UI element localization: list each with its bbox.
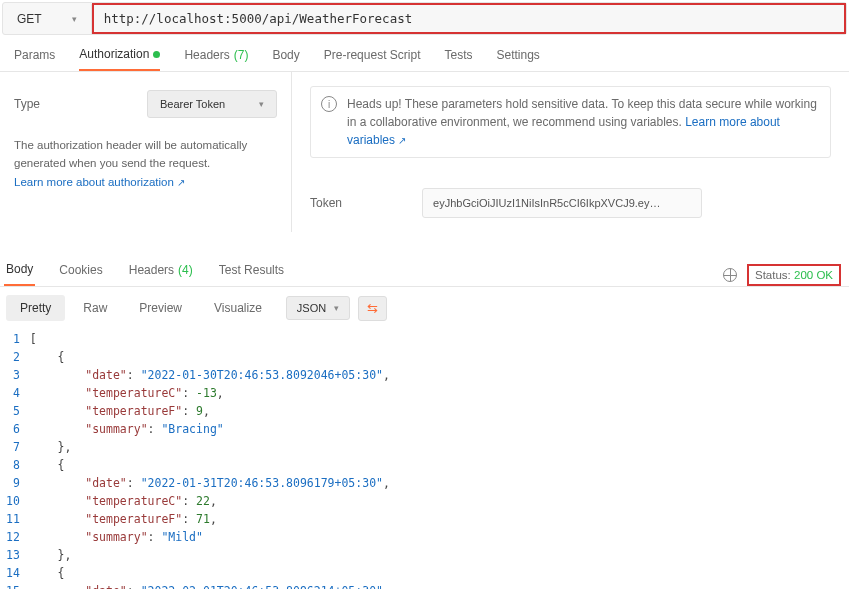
token-label: Token xyxy=(310,196,342,210)
tab-headers-count: (7) xyxy=(234,48,249,62)
status-badge: Status: 200 OK xyxy=(747,264,841,286)
resp-tab-headers-count: (4) xyxy=(178,263,193,277)
auth-note: The authorization header will be automat… xyxy=(14,136,277,191)
chevron-down-icon: ▾ xyxy=(334,303,339,313)
auth-type-value: Bearer Token xyxy=(160,98,225,110)
view-toolbar: Pretty Raw Preview Visualize JSON ▾ ⇆ xyxy=(0,287,849,329)
auth-type-label: Type xyxy=(14,97,40,111)
tab-tests[interactable]: Tests xyxy=(444,47,472,71)
view-preview-button[interactable]: Preview xyxy=(125,295,196,321)
chevron-down-icon: ▾ xyxy=(259,99,264,109)
auth-note-text: The authorization header will be automat… xyxy=(14,139,247,169)
request-tabs: Params Authorization Headers (7) Body Pr… xyxy=(0,37,849,72)
view-raw-button[interactable]: Raw xyxy=(69,295,121,321)
resp-tab-headers[interactable]: Headers (4) xyxy=(127,256,195,286)
external-link-icon: ↗ xyxy=(177,177,185,188)
external-link-icon: ↗ xyxy=(398,135,406,146)
auth-left-column: Type Bearer Token ▾ The authorization he… xyxy=(0,72,292,232)
tab-prerequest[interactable]: Pre-request Script xyxy=(324,47,421,71)
info-icon: i xyxy=(321,96,337,112)
tab-body[interactable]: Body xyxy=(272,47,299,71)
tab-headers[interactable]: Headers (7) xyxy=(184,47,248,71)
format-select[interactable]: JSON ▾ xyxy=(286,296,350,320)
status-value: 200 OK xyxy=(794,269,833,281)
wrap-lines-button[interactable]: ⇆ xyxy=(358,296,387,321)
auth-type-select[interactable]: Bearer Token ▾ xyxy=(147,90,277,118)
response-tabs: Body Cookies Headers (4) Test Results xyxy=(4,256,286,286)
response-bar: Body Cookies Headers (4) Test Results St… xyxy=(0,252,849,287)
resp-tab-cookies[interactable]: Cookies xyxy=(57,256,104,286)
tab-authorization[interactable]: Authorization xyxy=(79,47,160,71)
learn-more-auth-text: Learn more about authorization xyxy=(14,176,174,188)
token-row: Token eyJhbGciOiJIUzI1NiIsInR5cCI6IkpXVC… xyxy=(310,188,831,218)
method-value: GET xyxy=(17,12,42,26)
token-input[interactable]: eyJhbGciOiJIUzI1NiIsInR5cCI6IkpXVCJ9.ey… xyxy=(422,188,702,218)
auth-active-dot-icon xyxy=(153,51,160,58)
line-gutter: 12345678910111213141516171819 xyxy=(0,331,30,589)
resp-tab-headers-label: Headers xyxy=(129,263,174,277)
auth-right-column: i Heads up! These parameters hold sensit… xyxy=(292,72,849,232)
resp-tab-body[interactable]: Body xyxy=(4,256,35,286)
request-bar: GET ▾ xyxy=(2,2,847,35)
learn-more-auth-link[interactable]: Learn more about authorization ↗ xyxy=(14,176,185,188)
view-visualize-button[interactable]: Visualize xyxy=(200,295,276,321)
view-pretty-button[interactable]: Pretty xyxy=(6,295,65,321)
resp-tab-tests[interactable]: Test Results xyxy=(217,256,286,286)
response-body: 12345678910111213141516171819 [ { "date"… xyxy=(0,329,849,589)
auth-type-row: Type Bearer Token ▾ xyxy=(14,90,277,118)
tab-settings[interactable]: Settings xyxy=(497,47,540,71)
sensitive-data-banner: i Heads up! These parameters hold sensit… xyxy=(310,86,831,158)
tab-headers-label: Headers xyxy=(184,48,229,62)
tab-authorization-label: Authorization xyxy=(79,47,149,61)
code-content[interactable]: [ { "date": "2022-01-30T20:46:53.8092046… xyxy=(30,331,390,589)
chevron-down-icon: ▾ xyxy=(72,14,77,24)
method-select[interactable]: GET ▾ xyxy=(3,4,92,34)
globe-icon[interactable] xyxy=(723,268,737,282)
response-meta: Status: 200 OK xyxy=(723,264,841,286)
banner-text: Heads up! These parameters hold sensitiv… xyxy=(347,95,820,149)
url-input[interactable] xyxy=(92,3,846,34)
auth-panel: Type Bearer Token ▾ The authorization he… xyxy=(0,72,849,232)
tab-params[interactable]: Params xyxy=(14,47,55,71)
status-label: Status: xyxy=(755,269,791,281)
format-value: JSON xyxy=(297,302,326,314)
